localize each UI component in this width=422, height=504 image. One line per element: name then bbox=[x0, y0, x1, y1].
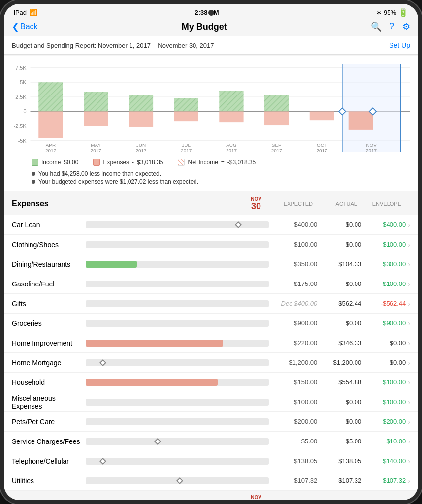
svg-text:7.5K: 7.5K bbox=[15, 65, 27, 71]
bullet1: You had $4,258.00 less income than expec… bbox=[32, 170, 410, 178]
bullet-dot-2 bbox=[32, 180, 35, 184]
expense-row[interactable]: Groceries $900.00 $0.00 $900.00 › bbox=[4, 314, 418, 333]
row-envelope: $100.00 bbox=[361, 378, 406, 386]
expense-row[interactable]: Home Improvement $220.00 $346.33 $0.00 › bbox=[4, 333, 418, 353]
row-expected: $1,200.00 bbox=[273, 359, 317, 366]
settings-icon[interactable]: ⚙ bbox=[402, 21, 410, 32]
expense-row[interactable]: Clothing/Shoes $100.00 $0.00 $100.00 › bbox=[4, 235, 418, 254]
bullet2: Your budgeted expenses were $1,027.02 le… bbox=[32, 178, 410, 186]
expenses-title: Expenses bbox=[12, 199, 244, 208]
income-title: Income bbox=[12, 498, 244, 501]
row-envelope: $10.00 bbox=[361, 438, 406, 445]
row-envelope: -$562.44 bbox=[361, 300, 406, 307]
row-expected: $150.00 bbox=[273, 378, 317, 386]
row-label: Car Loan bbox=[12, 221, 86, 229]
row-expected: $138.05 bbox=[273, 457, 317, 465]
legend-income-value: $0.00 bbox=[64, 159, 78, 166]
row-expected: $350.00 bbox=[273, 260, 317, 268]
legend-net: Net Income = -$3,018.35 bbox=[178, 159, 256, 166]
help-icon[interactable]: ? bbox=[390, 21, 394, 32]
legend-income: Income $0.00 bbox=[32, 159, 78, 166]
row-expected: $100.00 bbox=[273, 398, 317, 406]
svg-text:-2.5K: -2.5K bbox=[14, 123, 27, 129]
svg-rect-17 bbox=[84, 111, 108, 126]
status-right: ∗ 95% 🔋 bbox=[376, 8, 408, 17]
actual-col-header: ACTUAL bbox=[313, 201, 357, 207]
row-actual: $0.00 bbox=[317, 241, 361, 248]
bullet2-text: Your budgeted expenses were $1,027.02 le… bbox=[38, 178, 198, 185]
expense-row[interactable]: Service Charges/Fees $5.00 $5.00 $10.00 … bbox=[4, 432, 418, 451]
svg-text:APR: APR bbox=[46, 142, 56, 148]
row-chevron: › bbox=[408, 477, 410, 485]
expense-row[interactable]: Pets/Pet Care $200.00 $0.00 $200.00 › bbox=[4, 412, 418, 432]
svg-rect-30 bbox=[310, 111, 334, 120]
bullet1-text: You had $4,258.00 less income than expec… bbox=[38, 170, 161, 177]
row-envelope: $107.32 bbox=[361, 477, 406, 484]
svg-text:5K: 5K bbox=[20, 79, 27, 85]
expense-row[interactable]: Telephone/Cellular $138.05 $138.05 $140.… bbox=[4, 451, 418, 471]
row-label: Home Improvement bbox=[12, 339, 86, 347]
row-label: Household bbox=[12, 378, 86, 386]
row-label: Gasoline/Fuel bbox=[12, 280, 86, 288]
row-label: Gifts bbox=[12, 300, 86, 308]
row-chevron: › bbox=[408, 280, 410, 288]
row-envelope: $0.00 bbox=[361, 339, 406, 346]
report-title: Budget and Spending Report: November 1, … bbox=[12, 42, 214, 49]
expense-row[interactable]: Miscellaneous Expenses $100.00 $0.00 $10… bbox=[4, 392, 418, 412]
row-chevron: › bbox=[408, 339, 410, 347]
row-actual: $554.88 bbox=[317, 378, 361, 386]
expense-row[interactable]: Household $150.00 $554.88 $100.00 › bbox=[4, 373, 418, 392]
row-chevron: › bbox=[408, 378, 410, 386]
legend-expenses-value: $3,018.35 bbox=[137, 159, 163, 166]
bluetooth-icon: ∗ bbox=[376, 9, 382, 16]
row-envelope: $140.00 bbox=[361, 457, 406, 465]
row-chevron: › bbox=[408, 300, 410, 308]
row-label: Home Mortgage bbox=[12, 359, 86, 367]
expense-row[interactable]: Car Loan $400.00 $0.00 $400.00 › bbox=[4, 215, 418, 235]
svg-rect-31 bbox=[342, 64, 400, 152]
row-expected: $5.00 bbox=[273, 438, 317, 445]
row-actual: $346.33 bbox=[317, 339, 361, 346]
svg-text:-5K: -5K bbox=[18, 138, 27, 144]
row-expected: $400.00 bbox=[273, 221, 317, 228]
expense-row[interactable]: Utilities $107.32 $107.32 $107.32 › bbox=[4, 471, 418, 491]
income-expected-header: EXPECTED bbox=[268, 499, 313, 501]
expense-row[interactable]: Gifts Dec $400.00 $562.44 -$562.44 › bbox=[4, 294, 418, 314]
row-label: Miscellaneous Expenses bbox=[12, 394, 86, 410]
svg-text:2017: 2017 bbox=[271, 148, 282, 153]
search-icon[interactable]: 🔍 bbox=[371, 21, 382, 32]
svg-text:JUL: JUL bbox=[182, 142, 191, 148]
svg-text:2017: 2017 bbox=[181, 148, 192, 153]
status-time: 2:38 PM bbox=[195, 9, 219, 16]
legend-net-equals: = bbox=[221, 159, 225, 166]
row-chevron: › bbox=[408, 418, 410, 426]
row-label: Clothing/Shoes bbox=[12, 241, 86, 249]
row-chevron: › bbox=[408, 438, 410, 445]
row-chevron: › bbox=[408, 319, 410, 327]
svg-text:AUG: AUG bbox=[226, 142, 236, 148]
row-envelope: $100.00 bbox=[361, 280, 406, 287]
setup-link[interactable]: Set Up bbox=[389, 41, 410, 49]
chart-container: 7.5K 5K 2.5K 0 -2.5K -5K bbox=[4, 56, 418, 191]
svg-text:MAY: MAY bbox=[91, 142, 101, 148]
main-content[interactable]: Budget and Spending Report: November 1, … bbox=[4, 36, 418, 500]
row-chevron: › bbox=[408, 260, 410, 268]
svg-text:2017: 2017 bbox=[226, 148, 237, 153]
expense-row[interactable]: Home Mortgage $1,200.00 $1,200.00 $0.00 … bbox=[4, 353, 418, 373]
row-expected: $900.00 bbox=[273, 319, 317, 327]
expense-row[interactable]: Gasoline/Fuel $175.00 $0.00 $100.00 › bbox=[4, 274, 418, 294]
legend-net-box bbox=[178, 159, 185, 166]
row-chevron: › bbox=[408, 359, 410, 367]
expected-col-header: EXPECTED bbox=[268, 201, 313, 207]
row-actual: $107.32 bbox=[317, 477, 361, 484]
row-envelope: $100.00 bbox=[361, 241, 406, 248]
legend-net-label: Net Income bbox=[188, 159, 218, 166]
legend-expenses-box bbox=[93, 159, 100, 166]
svg-text:2017: 2017 bbox=[91, 148, 101, 153]
row-actual: $5.00 bbox=[317, 438, 361, 445]
expense-row[interactable]: Dining/Restaurants $350.00 $104.33 $300.… bbox=[4, 254, 418, 274]
back-button[interactable]: ❮ Back bbox=[12, 21, 38, 32]
legend-area: Income $0.00 Expenses - $3,018.35 Net In… bbox=[12, 155, 410, 168]
svg-text:JUN: JUN bbox=[136, 142, 146, 148]
back-label: Back bbox=[20, 22, 38, 31]
